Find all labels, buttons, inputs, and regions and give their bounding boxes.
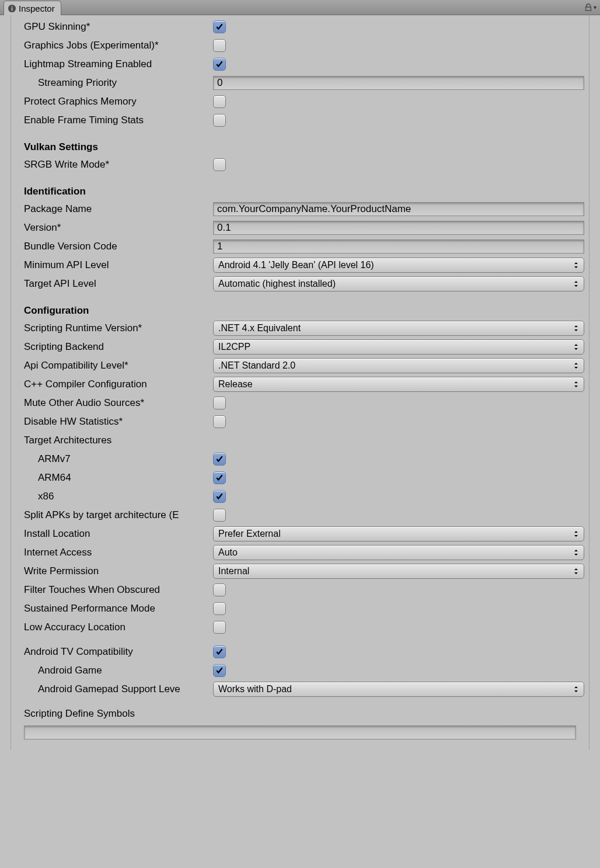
- label-gpu-skinning: GPU Skinning*: [24, 21, 213, 33]
- label-package-name: Package Name: [24, 203, 213, 215]
- label-scripting-define-symbols: Scripting Define Symbols: [24, 708, 584, 720]
- label-version: Version*: [24, 222, 213, 234]
- inspector-tab[interactable]: Inspector: [4, 1, 61, 15]
- checkbox-filter-touches[interactable]: [213, 584, 226, 596]
- checkbox-android-tv-compat[interactable]: [213, 645, 226, 658]
- checkbox-armv7[interactable]: [213, 453, 226, 466]
- row-arm64: ARM64: [11, 468, 589, 487]
- label-protect-graphics-memory: Protect Graphics Memory: [24, 96, 213, 107]
- row-scripting-define-symbols: Scripting Define Symbols: [11, 704, 589, 723]
- label-scripting-backend: Scripting Backend: [24, 341, 213, 353]
- tab-right-controls: ▾: [584, 4, 600, 12]
- checkbox-protect-graphics-memory[interactable]: [213, 95, 226, 108]
- row-lightmap-streaming: Lightmap Streaming Enabled: [11, 55, 589, 74]
- row-disable-hw-stats: Disable HW Statistics*: [11, 412, 589, 431]
- dropdown-cpp-compiler-config[interactable]: Release: [213, 377, 584, 392]
- label-android-gamepad-support: Android Gamepad Support Leve: [38, 683, 213, 695]
- label-low-accuracy-location: Low Accuracy Location: [24, 622, 213, 633]
- info-icon: [8, 4, 16, 13]
- row-filter-touches: Filter Touches When Obscured: [11, 581, 589, 599]
- row-x86: x86: [11, 487, 589, 506]
- label-target-api-level: Target API Level: [24, 278, 213, 290]
- checkbox-graphics-jobs[interactable]: [213, 39, 226, 52]
- input-package-name[interactable]: [213, 202, 584, 216]
- checkbox-arm64[interactable]: [213, 471, 226, 484]
- row-android-tv-compat: Android TV Compatibility: [11, 643, 589, 661]
- row-android-game: Android Game: [11, 661, 589, 680]
- checkbox-disable-hw-stats[interactable]: [213, 415, 226, 428]
- row-sustained-perf: Sustained Performance Mode: [11, 599, 589, 618]
- row-scripting-runtime-version: Scripting Runtime Version* .NET 4.x Equi…: [11, 319, 589, 338]
- row-version: Version*: [11, 218, 589, 237]
- label-graphics-jobs: Graphics Jobs (Experimental)*: [24, 40, 213, 51]
- label-lightmap-streaming: Lightmap Streaming Enabled: [24, 58, 213, 70]
- tab-bar: Inspector ▾: [0, 0, 600, 15]
- label-disable-hw-stats: Disable HW Statistics*: [24, 416, 213, 428]
- checkbox-srgb-write-mode[interactable]: [213, 158, 226, 171]
- dropdown-minimum-api-level[interactable]: Android 4.1 'Jelly Bean' (API level 16): [213, 258, 584, 273]
- label-filter-touches: Filter Touches When Obscured: [24, 584, 213, 596]
- dropdown-target-api-level[interactable]: Automatic (highest installed): [213, 276, 584, 291]
- label-minimum-api-level: Minimum API Level: [24, 259, 213, 271]
- dropdown-android-gamepad-support[interactable]: Works with D-pad: [213, 682, 584, 697]
- section-configuration: Configuration: [11, 293, 589, 319]
- row-scripting-backend: Scripting Backend IL2CPP: [11, 338, 589, 356]
- label-internet-access: Internet Access: [24, 547, 213, 558]
- row-streaming-priority: Streaming Priority: [11, 74, 589, 92]
- input-bundle-version-code[interactable]: [213, 239, 584, 254]
- label-armv7: ARMv7: [38, 453, 213, 465]
- row-internet-access: Internet Access Auto: [11, 543, 589, 562]
- checkbox-split-apks[interactable]: [213, 509, 226, 522]
- checkbox-sustained-perf[interactable]: [213, 602, 226, 615]
- row-low-accuracy-location: Low Accuracy Location: [11, 618, 589, 637]
- row-split-apks: Split APKs by target architecture (E: [11, 506, 589, 525]
- input-version[interactable]: [213, 221, 584, 235]
- row-protect-graphics-memory: Protect Graphics Memory: [11, 92, 589, 111]
- checkbox-lightmap-streaming[interactable]: [213, 58, 226, 71]
- row-graphics-jobs: Graphics Jobs (Experimental)*: [11, 36, 589, 55]
- checkbox-mute-other-audio[interactable]: [213, 397, 226, 409]
- label-sustained-perf: Sustained Performance Mode: [24, 603, 213, 614]
- label-write-permission: Write Permission: [24, 565, 213, 577]
- dropdown-write-permission[interactable]: Internal: [213, 564, 584, 579]
- dropdown-scripting-runtime-version[interactable]: .NET 4.x Equivalent: [213, 321, 584, 336]
- input-streaming-priority[interactable]: [213, 76, 584, 90]
- checkbox-enable-frame-timing[interactable]: [213, 114, 226, 127]
- row-target-api-level: Target API Level Automatic (highest inst…: [11, 275, 589, 293]
- section-identification: Identification: [11, 174, 589, 200]
- row-bundle-version-code: Bundle Version Code: [11, 237, 589, 256]
- checkbox-gpu-skinning[interactable]: [213, 20, 226, 33]
- row-minimum-api-level: Minimum API Level Android 4.1 'Jelly Bea…: [11, 256, 589, 275]
- row-package-name: Package Name: [11, 200, 589, 218]
- row-enable-frame-timing: Enable Frame Timing Stats: [11, 111, 589, 130]
- label-srgb-write-mode: SRGB Write Mode*: [24, 159, 213, 171]
- context-menu-icon[interactable]: ▾: [594, 4, 596, 11]
- row-api-compat-level: Api Compatibility Level* .NET Standard 2…: [11, 356, 589, 375]
- label-scripting-runtime-version: Scripting Runtime Version*: [24, 322, 213, 334]
- svg-rect-2: [12, 6, 13, 8]
- label-api-compat-level: Api Compatibility Level*: [24, 360, 213, 371]
- tab-label: Inspector: [19, 4, 55, 13]
- row-mute-other-audio: Mute Other Audio Sources*: [11, 394, 589, 412]
- row-write-permission: Write Permission Internal: [11, 562, 589, 581]
- input-scripting-define-symbols[interactable]: [24, 725, 576, 739]
- checkbox-android-game[interactable]: [213, 664, 226, 677]
- lock-icon[interactable]: [584, 4, 592, 12]
- dropdown-internet-access[interactable]: Auto: [213, 545, 584, 560]
- label-mute-other-audio: Mute Other Audio Sources*: [24, 397, 213, 409]
- label-split-apks: Split APKs by target architecture (E: [24, 509, 213, 521]
- dropdown-api-compat-level[interactable]: .NET Standard 2.0: [213, 358, 584, 373]
- dropdown-install-location[interactable]: Prefer External: [213, 526, 584, 541]
- scroll-area: GPU Skinning* Graphics Jobs (Experimenta…: [11, 15, 589, 750]
- row-android-gamepad-support: Android Gamepad Support Leve Works with …: [11, 680, 589, 699]
- row-gpu-skinning: GPU Skinning*: [11, 18, 589, 36]
- svg-rect-1: [12, 8, 13, 11]
- inspector-panel: GPU Skinning* Graphics Jobs (Experimenta…: [0, 15, 600, 750]
- checkbox-low-accuracy-location[interactable]: [213, 621, 226, 634]
- label-android-game: Android Game: [38, 665, 213, 676]
- label-install-location: Install Location: [24, 528, 213, 540]
- row-srgb-write-mode: SRGB Write Mode*: [11, 155, 589, 174]
- dropdown-scripting-backend[interactable]: IL2CPP: [213, 339, 584, 355]
- row-target-architectures: Target Architectures: [11, 431, 589, 450]
- checkbox-x86[interactable]: [213, 490, 226, 503]
